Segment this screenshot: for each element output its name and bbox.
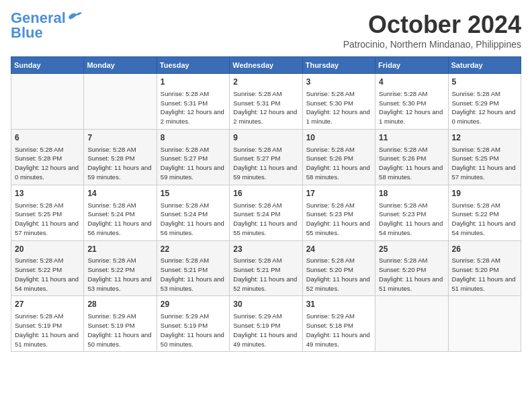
day-number: 8: [161, 132, 226, 144]
day-number: 25: [379, 244, 444, 255]
weekday-header: Friday: [375, 57, 448, 74]
day-info: Sunrise: 5:28 AMSunset: 5:26 PMDaylight:…: [306, 145, 371, 182]
day-number: 17: [306, 188, 371, 199]
day-info: Sunrise: 5:28 AMSunset: 5:31 PMDaylight:…: [233, 89, 298, 126]
day-number: 13: [15, 188, 80, 199]
day-info: Sunrise: 5:28 AMSunset: 5:19 PMDaylight:…: [15, 312, 80, 349]
day-number: 12: [452, 132, 517, 144]
calendar-cell: 23Sunrise: 5:28 AMSunset: 5:21 PMDayligh…: [230, 240, 302, 296]
day-info: Sunrise: 5:29 AMSunset: 5:19 PMDaylight:…: [233, 312, 298, 349]
weekday-header: Tuesday: [157, 57, 229, 74]
day-info: Sunrise: 5:28 AMSunset: 5:23 PMDaylight:…: [306, 201, 371, 238]
day-info: Sunrise: 5:28 AMSunset: 5:20 PMDaylight:…: [306, 256, 371, 293]
calendar-cell: 24Sunrise: 5:28 AMSunset: 5:20 PMDayligh…: [302, 240, 375, 296]
calendar-cell: 29Sunrise: 5:29 AMSunset: 5:19 PMDayligh…: [157, 296, 229, 352]
day-number: 19: [452, 188, 517, 199]
day-info: Sunrise: 5:28 AMSunset: 5:27 PMDaylight:…: [161, 145, 226, 182]
day-info: Sunrise: 5:29 AMSunset: 5:19 PMDaylight:…: [161, 312, 226, 349]
day-info: Sunrise: 5:28 AMSunset: 5:22 PMDaylight:…: [15, 256, 80, 293]
calendar-cell: 31Sunrise: 5:29 AMSunset: 5:18 PMDayligh…: [302, 296, 375, 352]
calendar-cell: [375, 296, 448, 352]
day-number: 16: [233, 188, 298, 199]
day-number: 4: [379, 77, 444, 88]
day-number: 31: [306, 299, 371, 310]
day-number: 30: [233, 299, 298, 310]
day-number: 11: [379, 132, 444, 144]
day-info: Sunrise: 5:28 AMSunset: 5:27 PMDaylight:…: [233, 145, 298, 182]
day-info: Sunrise: 5:28 AMSunset: 5:21 PMDaylight:…: [161, 256, 226, 293]
calendar-week-row: 13Sunrise: 5:28 AMSunset: 5:25 PMDayligh…: [11, 185, 521, 240]
calendar-cell: 8Sunrise: 5:28 AMSunset: 5:27 PMDaylight…: [157, 129, 229, 185]
day-info: Sunrise: 5:28 AMSunset: 5:29 PMDaylight:…: [452, 89, 517, 126]
day-info: Sunrise: 5:28 AMSunset: 5:24 PMDaylight:…: [87, 201, 152, 238]
day-number: 7: [87, 132, 152, 144]
calendar-cell: 21Sunrise: 5:28 AMSunset: 5:22 PMDayligh…: [84, 240, 157, 296]
calendar-cell: 1Sunrise: 5:28 AMSunset: 5:31 PMDaylight…: [157, 74, 229, 130]
day-info: Sunrise: 5:28 AMSunset: 5:20 PMDaylight:…: [452, 256, 517, 293]
day-number: 3: [306, 77, 371, 88]
day-info: Sunrise: 5:28 AMSunset: 5:24 PMDaylight:…: [161, 201, 226, 238]
day-number: 1: [161, 77, 226, 88]
calendar-cell: 15Sunrise: 5:28 AMSunset: 5:24 PMDayligh…: [157, 185, 229, 240]
calendar-cell: 9Sunrise: 5:28 AMSunset: 5:27 PMDaylight…: [230, 129, 302, 185]
page-header: General Blue October 2024 Patrocinio, No…: [11, 11, 521, 50]
day-number: 28: [87, 299, 152, 310]
day-number: 2: [233, 77, 298, 88]
calendar-cell: 4Sunrise: 5:28 AMSunset: 5:30 PMDaylight…: [375, 74, 448, 130]
day-number: 29: [161, 299, 226, 310]
day-number: 21: [87, 244, 152, 255]
calendar-week-row: 6Sunrise: 5:28 AMSunset: 5:28 PMDaylight…: [11, 129, 521, 185]
calendar-cell: 10Sunrise: 5:28 AMSunset: 5:26 PMDayligh…: [302, 129, 375, 185]
logo-bird-icon: [67, 11, 82, 22]
calendar-cell: 18Sunrise: 5:28 AMSunset: 5:23 PMDayligh…: [375, 185, 448, 240]
day-info: Sunrise: 5:28 AMSunset: 5:23 PMDaylight:…: [379, 201, 444, 238]
calendar-cell: 5Sunrise: 5:28 AMSunset: 5:29 PMDaylight…: [448, 74, 521, 130]
day-info: Sunrise: 5:28 AMSunset: 5:28 PMDaylight:…: [15, 145, 80, 182]
day-info: Sunrise: 5:28 AMSunset: 5:28 PMDaylight:…: [87, 145, 152, 182]
day-number: 6: [15, 132, 80, 144]
location-title: Patrocinio, Northern Mindanao, Philippin…: [343, 39, 521, 50]
calendar-table: SundayMondayTuesdayWednesdayThursdayFrid…: [11, 56, 521, 352]
day-number: 26: [452, 244, 517, 255]
day-number: 9: [233, 132, 298, 144]
calendar-cell: 3Sunrise: 5:28 AMSunset: 5:30 PMDaylight…: [302, 74, 375, 130]
weekday-header: Monday: [84, 57, 157, 74]
calendar-cell: [84, 74, 157, 130]
calendar-cell: 27Sunrise: 5:28 AMSunset: 5:19 PMDayligh…: [11, 296, 84, 352]
day-info: Sunrise: 5:28 AMSunset: 5:22 PMDaylight:…: [452, 201, 517, 238]
month-title: October 2024: [343, 11, 521, 39]
logo-text: General: [11, 11, 66, 26]
calendar-cell: 28Sunrise: 5:29 AMSunset: 5:19 PMDayligh…: [84, 296, 157, 352]
day-info: Sunrise: 5:28 AMSunset: 5:24 PMDaylight:…: [233, 201, 298, 238]
calendar-cell: 19Sunrise: 5:28 AMSunset: 5:22 PMDayligh…: [448, 185, 521, 240]
weekday-header: Wednesday: [230, 57, 302, 74]
day-number: 14: [87, 188, 152, 199]
calendar-cell: 11Sunrise: 5:28 AMSunset: 5:26 PMDayligh…: [375, 129, 448, 185]
calendar-cell: 17Sunrise: 5:28 AMSunset: 5:23 PMDayligh…: [302, 185, 375, 240]
calendar-cell: 6Sunrise: 5:28 AMSunset: 5:28 PMDaylight…: [11, 129, 84, 185]
day-info: Sunrise: 5:28 AMSunset: 5:21 PMDaylight:…: [233, 256, 298, 293]
calendar-cell: 26Sunrise: 5:28 AMSunset: 5:20 PMDayligh…: [448, 240, 521, 296]
day-number: 24: [306, 244, 371, 255]
weekday-header: Saturday: [448, 57, 521, 74]
calendar-header-row: SundayMondayTuesdayWednesdayThursdayFrid…: [11, 57, 521, 74]
calendar-cell: [448, 296, 521, 352]
calendar-cell: 2Sunrise: 5:28 AMSunset: 5:31 PMDaylight…: [230, 74, 302, 130]
day-info: Sunrise: 5:28 AMSunset: 5:20 PMDaylight:…: [379, 256, 444, 293]
title-block: October 2024 Patrocinio, Northern Mindan…: [343, 11, 521, 50]
calendar-week-row: 20Sunrise: 5:28 AMSunset: 5:22 PMDayligh…: [11, 240, 521, 296]
day-info: Sunrise: 5:28 AMSunset: 5:30 PMDaylight:…: [306, 89, 371, 126]
calendar-cell: 14Sunrise: 5:28 AMSunset: 5:24 PMDayligh…: [84, 185, 157, 240]
day-number: 18: [379, 188, 444, 199]
day-info: Sunrise: 5:28 AMSunset: 5:31 PMDaylight:…: [161, 89, 226, 126]
calendar-cell: 25Sunrise: 5:28 AMSunset: 5:20 PMDayligh…: [375, 240, 448, 296]
day-number: 5: [452, 77, 517, 88]
day-number: 20: [15, 244, 80, 255]
calendar-cell: 13Sunrise: 5:28 AMSunset: 5:25 PMDayligh…: [11, 185, 84, 240]
calendar-cell: 20Sunrise: 5:28 AMSunset: 5:22 PMDayligh…: [11, 240, 84, 296]
day-info: Sunrise: 5:28 AMSunset: 5:25 PMDaylight:…: [452, 145, 517, 182]
calendar-cell: [11, 74, 84, 130]
day-number: 27: [15, 299, 80, 310]
day-info: Sunrise: 5:28 AMSunset: 5:22 PMDaylight:…: [87, 256, 152, 293]
calendar-cell: 16Sunrise: 5:28 AMSunset: 5:24 PMDayligh…: [230, 185, 302, 240]
